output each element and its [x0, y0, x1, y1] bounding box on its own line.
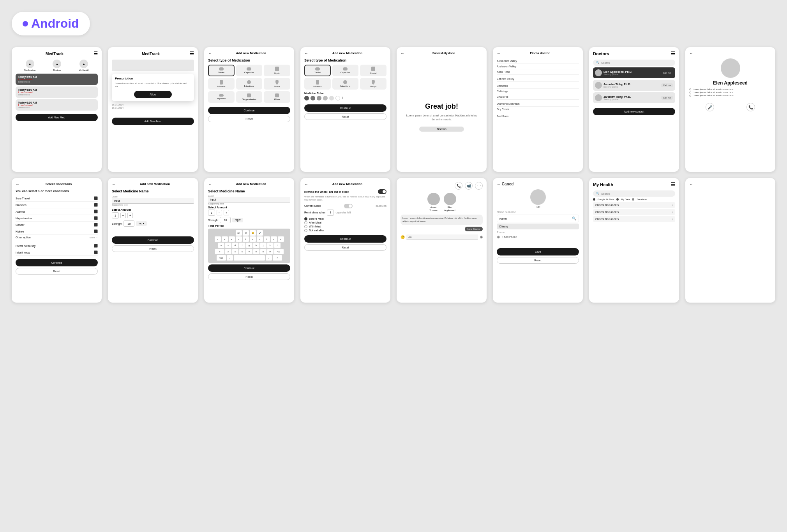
- before-meal[interactable]: Before Meal: [304, 217, 386, 220]
- key-period[interactable]: .: [266, 255, 272, 261]
- checkbox-sorethroat[interactable]: [94, 196, 98, 200]
- type-drops[interactable]: Drops: [264, 78, 290, 90]
- hamburger-icon-7[interactable]: ☰: [671, 51, 675, 56]
- checkbox-kidney[interactable]: [94, 229, 98, 233]
- city-dry[interactable]: Dry Creek: [497, 107, 579, 112]
- amount-plus-2[interactable]: +: [224, 210, 229, 215]
- add-contact-button[interactable]: Add new contact: [593, 108, 675, 115]
- radio-with[interactable]: [304, 225, 307, 228]
- back-arrow-16[interactable]: ←: [689, 182, 693, 186]
- phone-icon[interactable]: 📞: [746, 103, 755, 111]
- type-injections-2[interactable]: Injections: [332, 78, 359, 90]
- condition-kidney[interactable]: Kidney: [16, 228, 98, 235]
- reset-button-3[interactable]: Reset: [208, 116, 290, 122]
- dismiss-button[interactable]: Dismiss: [419, 127, 464, 132]
- key-t[interactable]: t: [243, 236, 249, 242]
- add-new-med-button[interactable]: Add New Med: [16, 114, 98, 121]
- nav-myhealth[interactable]: ▲ My Health: [79, 60, 89, 71]
- type-suppositories[interactable]: Suppositories: [236, 91, 263, 103]
- condition-asthma[interactable]: Asthma: [16, 208, 98, 215]
- search-bar-health[interactable]: 🔍 Search: [593, 190, 675, 197]
- key-h[interactable]: h: [253, 243, 259, 248]
- key-x[interactable]: x: [232, 249, 238, 254]
- save-button[interactable]: Save: [497, 248, 579, 255]
- emoji-icon[interactable]: 🙂: [401, 235, 405, 239]
- reset-button-9[interactable]: Reset: [16, 268, 98, 275]
- cancel-link[interactable]: ← Cancel: [497, 182, 515, 186]
- checkbox-asthma[interactable]: [94, 210, 98, 213]
- key-enter[interactable]: ⏎: [273, 255, 282, 261]
- condition-cancer[interactable]: Cancer: [16, 222, 98, 228]
- clinical-docs-3[interactable]: Clinical Documents ↓: [593, 216, 675, 222]
- key-o[interactable]: o: [271, 236, 277, 242]
- key-f[interactable]: f: [239, 243, 245, 248]
- back-arrow-3[interactable]: ←: [208, 51, 212, 55]
- checkbox-diabetes[interactable]: [94, 203, 98, 207]
- chat-input[interactable]: [406, 234, 478, 240]
- checkbox-cancer[interactable]: [94, 223, 98, 227]
- type-capsules-2[interactable]: Capsules: [332, 65, 359, 76]
- color-pale[interactable]: [329, 96, 334, 100]
- condition-other[interactable]: Other option More →: [16, 235, 98, 240]
- hamburger-icon-2[interactable]: ☰: [190, 51, 194, 56]
- doctor-card-1[interactable]: Elen Appleseed, Ph.D. See my profile Cal…: [593, 67, 675, 78]
- color-white[interactable]: [335, 96, 340, 100]
- key-d[interactable]: d: [232, 243, 238, 248]
- key-q[interactable]: q: [215, 236, 221, 242]
- call-button-3[interactable]: Call me: [661, 96, 673, 100]
- city-anderson[interactable]: Anderson Valley: [497, 64, 579, 69]
- back-arrow-11[interactable]: ←: [208, 182, 212, 186]
- type-drops-2[interactable]: Drops: [360, 78, 386, 90]
- city-diamond[interactable]: Diamond Mountain: [497, 101, 579, 107]
- city-carneros[interactable]: Carneros: [497, 83, 579, 89]
- key-gear[interactable]: ⚙: [243, 230, 249, 236]
- popup-allow-button[interactable]: Allow: [134, 91, 172, 98]
- color-light[interactable]: [317, 96, 321, 100]
- condition-diabetes[interactable]: Diabetes: [16, 202, 98, 208]
- type-other[interactable]: Other: [264, 91, 290, 103]
- checkbox-hypertension[interactable]: [94, 216, 98, 220]
- city-calistoga[interactable]: Calistoga: [497, 89, 579, 94]
- video-icon[interactable]: 📹: [465, 182, 473, 190]
- more-icon[interactable]: ⋯: [475, 182, 483, 190]
- back-arrow-5[interactable]: ←: [401, 51, 404, 55]
- key-r[interactable]: r: [236, 236, 242, 242]
- key-u[interactable]: u: [257, 236, 263, 242]
- key-mic[interactable]: 🎤: [257, 230, 263, 236]
- key-k[interactable]: k: [267, 243, 274, 248]
- phone-call-icon[interactable]: 📞: [455, 182, 462, 190]
- key-j[interactable]: j: [260, 243, 266, 248]
- key-b[interactable]: b: [253, 249, 259, 254]
- checkbox-prefer[interactable]: [94, 244, 98, 248]
- not-after[interactable]: Not eat after: [304, 229, 386, 232]
- key-comma[interactable]: ,: [227, 255, 233, 261]
- add-phone-row[interactable]: ⊕ + Add Phone: [497, 235, 579, 239]
- type-capsules[interactable]: Capsules: [236, 65, 263, 76]
- reset-button-4[interactable]: Reset: [304, 113, 386, 120]
- city-chalky[interactable]: Chalk Hill: [497, 94, 579, 100]
- clinical-docs-2[interactable]: Clinical Documents ↓: [593, 209, 675, 215]
- type-tablet[interactable]: Tablet: [208, 65, 235, 76]
- amount-minus[interactable]: −: [120, 213, 126, 218]
- amount-plus[interactable]: +: [127, 213, 133, 218]
- color-lighter[interactable]: [323, 96, 328, 100]
- continue-button-3[interactable]: Continue: [208, 107, 290, 114]
- type-liquid-2[interactable]: Liquid: [360, 65, 386, 76]
- medicine-name-input-2[interactable]: [208, 197, 290, 203]
- continue-button-9[interactable]: Continue: [16, 259, 98, 266]
- continue-button-10[interactable]: Continue: [112, 236, 194, 244]
- key-i[interactable]: i: [264, 236, 270, 242]
- condition-hypertension[interactable]: Hypertension: [16, 215, 98, 222]
- radio-before[interactable]: [304, 217, 307, 220]
- condition-sorethroat[interactable]: Sore Throat: [16, 195, 98, 202]
- radio-notafter[interactable]: [304, 229, 307, 232]
- hamburger-icon-15[interactable]: ☰: [671, 182, 675, 187]
- stock-toggle[interactable]: [344, 204, 353, 208]
- reset-button-12[interactable]: Reset: [304, 244, 386, 251]
- key-a[interactable]: a: [218, 243, 224, 248]
- key-w[interactable]: w: [222, 236, 228, 242]
- remind-toggle[interactable]: [378, 189, 386, 194]
- send-icon[interactable]: ⊕: [480, 235, 483, 239]
- city-fortross[interactable]: Fort Ross: [497, 114, 579, 119]
- reset-button-14[interactable]: Reset: [497, 257, 579, 264]
